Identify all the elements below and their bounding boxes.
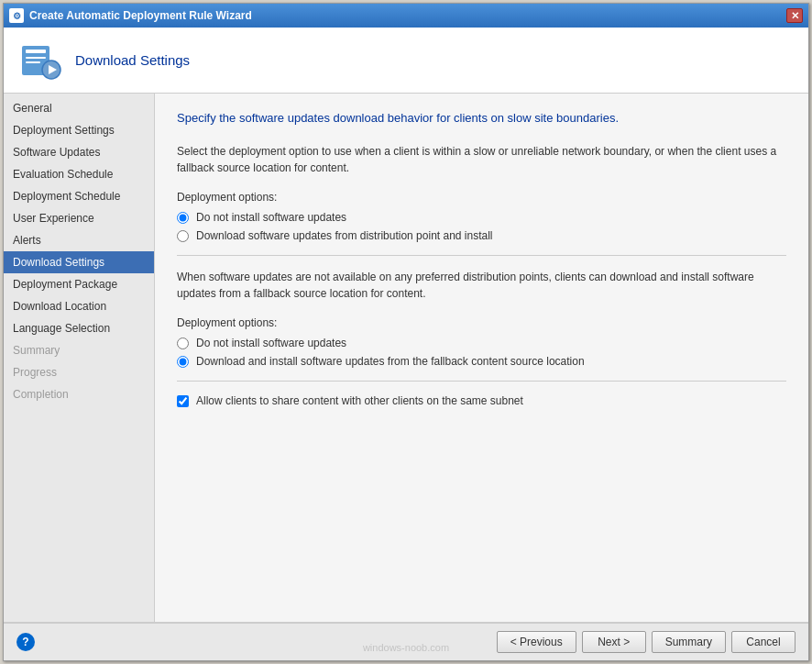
section1-radio1-input[interactable] [177, 212, 189, 224]
sidebar-item-download-location[interactable]: Download Location [4, 295, 154, 317]
share-subnet-checkbox[interactable] [177, 395, 189, 407]
sidebar: General Deployment Settings Software Upd… [4, 94, 155, 622]
sidebar-item-deployment-settings[interactable]: Deployment Settings [4, 119, 154, 141]
section2-radio1-option: Do not install software updates [177, 337, 786, 349]
section1-radio2-option: Download software updates from distribut… [177, 229, 786, 242]
section2-options-label: Deployment options: [177, 316, 786, 329]
section1-radio1-option: Do not install software updates [177, 211, 786, 224]
header-area: Download Settings [4, 28, 808, 94]
header-title: Download Settings [75, 52, 190, 68]
sidebar-item-general[interactable]: General [4, 97, 154, 119]
footer: ? < Previous Next > Summary Cancel [4, 622, 808, 660]
sidebar-item-user-experience[interactable]: User Experience [4, 207, 154, 229]
section2-radio2-input[interactable] [177, 356, 189, 368]
footer-left: ? [16, 633, 497, 651]
header-icon [18, 39, 62, 83]
sidebar-item-evaluation-schedule[interactable]: Evaluation Schedule [4, 163, 154, 185]
sidebar-item-download-settings[interactable]: Download Settings [4, 251, 154, 273]
help-button[interactable]: ? [16, 633, 35, 651]
section1-options-label: Deployment options: [177, 191, 786, 204]
sidebar-item-language-selection[interactable]: Language Selection [4, 317, 154, 339]
main-area: General Deployment Settings Software Upd… [4, 94, 808, 622]
sidebar-item-summary: Summary [4, 339, 154, 361]
content-title: Specify the software updates download be… [177, 110, 786, 127]
sidebar-item-deployment-package[interactable]: Deployment Package [4, 273, 154, 295]
svg-rect-2 [26, 57, 46, 59]
next-button[interactable]: Next > [582, 631, 646, 653]
previous-button[interactable]: < Previous [497, 631, 576, 653]
svg-rect-3 [26, 61, 40, 63]
section2-radio2-option: Download and install software updates fr… [177, 355, 786, 368]
cancel-button[interactable]: Cancel [731, 631, 796, 653]
sidebar-item-progress: Progress [4, 361, 154, 383]
title-bar: ⚙ Create Automatic Deployment Rule Wizar… [4, 4, 808, 28]
section1-radio1-label[interactable]: Do not install software updates [196, 211, 346, 224]
section2-radio1-input[interactable] [177, 338, 189, 349]
title-bar-text: Create Automatic Deployment Rule Wizard [29, 9, 786, 22]
sidebar-item-software-updates[interactable]: Software Updates [4, 141, 154, 163]
section2-description: When software updates are not available … [177, 269, 786, 302]
sidebar-item-alerts[interactable]: Alerts [4, 229, 154, 251]
close-button[interactable]: ✕ [786, 8, 803, 23]
wizard-window: ⚙ Create Automatic Deployment Rule Wizar… [3, 3, 809, 661]
title-bar-icon: ⚙ [9, 8, 24, 23]
section2-radio1-label[interactable]: Do not install software updates [196, 337, 346, 349]
svg-rect-1 [26, 50, 46, 53]
section1-radio2-label[interactable]: Download software updates from distribut… [196, 229, 493, 242]
section1-radio2-input[interactable] [177, 230, 189, 242]
section2-radio2-label[interactable]: Download and install software updates fr… [196, 355, 585, 368]
sidebar-item-deployment-schedule[interactable]: Deployment Schedule [4, 185, 154, 207]
section1-description: Select the deployment option to use when… [177, 143, 786, 176]
section-divider-1 [177, 255, 786, 256]
checkbox-option: Allow clients to share content with othe… [177, 394, 786, 407]
share-subnet-label[interactable]: Allow clients to share content with othe… [196, 394, 523, 407]
footer-buttons: < Previous Next > Summary Cancel [497, 631, 796, 653]
section-divider-2 [177, 381, 786, 382]
summary-button[interactable]: Summary [652, 631, 726, 653]
sidebar-item-completion: Completion [4, 383, 154, 405]
content-panel: Specify the software updates download be… [155, 94, 808, 622]
